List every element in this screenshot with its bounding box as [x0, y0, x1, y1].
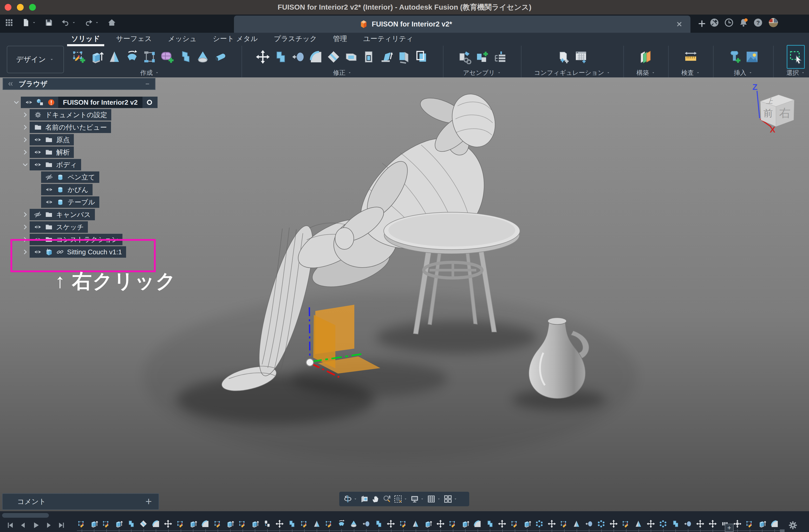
measure-button[interactable] [683, 46, 699, 68]
timeline-feature-14-sketch[interactable] [236, 519, 249, 531]
new-tab-button[interactable] [697, 19, 707, 28]
timeline-feature-8-move[interactable] [162, 519, 174, 531]
timeline-feature-15-extrude[interactable] [248, 519, 261, 531]
file-new-button[interactable] [21, 18, 37, 27]
timeline-feature-31-sketch[interactable] [447, 519, 459, 531]
workspace-selector-button[interactable]: デザイン [7, 46, 64, 73]
timeline-settings-button[interactable] [788, 520, 797, 530]
timeline-position-marker[interactable]: + [725, 524, 734, 532]
sketch-create-button[interactable] [71, 46, 87, 68]
timeline-feature-22-sweep[interactable] [335, 519, 348, 531]
step-forward-button[interactable] [45, 521, 53, 529]
timeline-feature-34-combine[interactable] [484, 519, 496, 531]
play-button[interactable] [32, 521, 40, 529]
ribbon-tab-6[interactable]: 管理 [332, 33, 348, 45]
ribbon-group-label[interactable]: 作成 [140, 69, 159, 77]
timeline-feature-12-sketch[interactable] [212, 519, 224, 531]
warning-icon[interactable] [47, 99, 55, 106]
eye-icon[interactable] [45, 198, 53, 206]
configuration-button[interactable] [555, 46, 572, 68]
ribbon-group-label[interactable]: コンフィギュレーション [534, 69, 610, 77]
chamfer-button[interactable] [325, 46, 342, 68]
skip-end-button[interactable] [57, 521, 66, 529]
move-button[interactable] [255, 46, 271, 68]
close-tab-button[interactable] [675, 20, 684, 29]
comments-bar[interactable]: コメント + [2, 493, 159, 510]
ribbon-group-label[interactable]: 検査 [681, 69, 700, 77]
timeline-feature-51-move[interactable] [694, 519, 707, 531]
sweep-button[interactable] [124, 46, 140, 68]
viewports-button[interactable] [444, 495, 458, 503]
timeline-feature-5-combine[interactable] [125, 519, 137, 531]
timeline-feature-33-fillet[interactable] [471, 519, 484, 531]
loft-button[interactable] [194, 46, 211, 68]
ribbon-tab-3[interactable]: メッシュ [168, 33, 197, 45]
step-back-button[interactable] [19, 521, 27, 529]
timeline-feature-55-sketch[interactable] [743, 519, 756, 531]
chevron-down-icon[interactable] [12, 99, 21, 106]
timeline-feature-6-chamfer[interactable] [137, 519, 150, 531]
timeline-feature-28-revolve[interactable] [410, 519, 422, 531]
chevron-right-icon[interactable] [21, 224, 30, 230]
zoom-button[interactable] [382, 495, 391, 503]
ribbon-tab-2[interactable]: サーフェス [116, 33, 153, 45]
document-tab[interactable]: FUISON for Interior2 v2* [234, 16, 690, 33]
look-at-button[interactable] [360, 495, 369, 503]
ribbon-group-label[interactable]: 構築 [637, 69, 656, 77]
insert-image-button[interactable] [744, 46, 760, 68]
timeline-feature-40-sketch[interactable] [558, 519, 570, 531]
grid-settings-button[interactable] [427, 495, 441, 503]
minimize-panel-icon[interactable] [144, 81, 151, 87]
rail-button[interactable] [141, 46, 158, 68]
tree-item[interactable]: 原点 [30, 134, 74, 145]
skip-start-button[interactable] [6, 521, 15, 529]
replace-face-button[interactable] [396, 46, 413, 68]
save-button[interactable] [45, 18, 53, 27]
close-window-button[interactable] [5, 4, 12, 11]
timeline-feature-10-extrude[interactable] [187, 519, 199, 531]
timeline-feature-17-move[interactable] [274, 519, 286, 531]
job-status-button[interactable] [724, 17, 734, 28]
timeline-feature-18-combine[interactable] [286, 519, 298, 531]
combine-button[interactable] [272, 46, 289, 68]
chevron-right-icon[interactable] [21, 136, 30, 143]
close-x-icon[interactable] [675, 20, 684, 29]
ribbon-group-label[interactable]: 挿入 [734, 69, 753, 77]
ribbon-tab-1[interactable]: ソリッド [71, 33, 101, 45]
timeline-feature-47-move[interactable] [644, 519, 657, 531]
chevron-right-icon[interactable] [21, 124, 30, 131]
timeline-feature-48-pattern[interactable] [657, 519, 669, 531]
tree-item[interactable]: ボディ [30, 159, 81, 171]
tree-item[interactable]: FUISON for Interior2 v2 [21, 96, 157, 108]
ribbon-group-label[interactable]: 修正 [333, 69, 352, 77]
timeline-scrollbar-thumb[interactable] [2, 513, 49, 518]
chevron-right-icon[interactable] [21, 149, 30, 156]
ribbon-tab-5[interactable]: プラスチック [273, 33, 317, 45]
timeline-feature-13-extrude[interactable] [224, 519, 236, 531]
timeline-feature-11-fillet[interactable] [199, 519, 212, 531]
fit-button[interactable] [394, 495, 408, 503]
tree-item[interactable]: テーブル [41, 196, 99, 208]
plus-icon[interactable] [697, 19, 707, 28]
pan-button[interactable] [371, 495, 380, 503]
eye-icon[interactable] [45, 186, 53, 194]
ribbon-tab-4[interactable]: シート メタル [212, 33, 258, 45]
timeline-feature-50-press-pull[interactable] [682, 519, 694, 531]
timeline-feature-29-extrude[interactable] [422, 519, 434, 531]
origin-point[interactable] [306, 359, 313, 366]
select-button[interactable] [787, 45, 805, 69]
config-table-button[interactable] [573, 46, 590, 68]
tree-item[interactable]: スケッチ [30, 221, 88, 233]
joint-list-button[interactable] [492, 46, 508, 68]
timeline-feature-41-revolve[interactable] [570, 519, 583, 531]
notifications-button[interactable] [738, 17, 749, 28]
radio-icon[interactable] [145, 99, 153, 106]
timeline-feature-35-move[interactable] [496, 519, 509, 531]
timeline-feature-42-press-pull[interactable] [583, 519, 595, 531]
tree-item[interactable]: かびん [41, 184, 92, 195]
timeline-feature-24-press-pull[interactable] [360, 519, 373, 531]
timeline-feature-57-fillet[interactable] [768, 519, 781, 531]
timeline-feature-56-extrude[interactable] [756, 519, 769, 531]
timeline-ruler[interactable] [77, 530, 783, 531]
new-component-button[interactable] [474, 46, 490, 68]
